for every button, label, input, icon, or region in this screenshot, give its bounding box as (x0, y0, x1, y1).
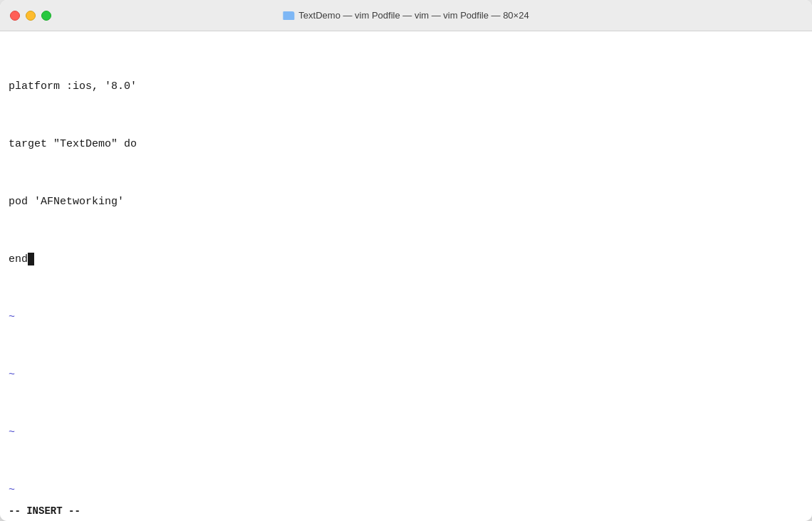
code-line-1: platform :ios, '8.0' (9, 77, 803, 96)
traffic-lights (10, 11, 51, 21)
status-bar: -- INSERT -- (0, 501, 812, 521)
code-line-2: target "TextDemo" do (9, 135, 803, 154)
tilde-line-1: ~ (9, 307, 803, 327)
code-line-4: end (9, 250, 803, 269)
editor-area[interactable]: platform :ios, '8.0' target "TextDemo" d… (0, 31, 812, 501)
close-button[interactable] (10, 11, 20, 21)
tilde-line-4: ~ (9, 480, 803, 500)
window-title: TextDemo — vim Podfile — vim — vim Podfi… (283, 10, 529, 21)
tilde-line-3: ~ (9, 423, 803, 442)
title-bar: TextDemo — vim Podfile — vim — vim Podfi… (0, 0, 812, 31)
mode-indicator: -- INSERT -- (9, 505, 80, 517)
cursor (28, 253, 34, 265)
code-line-3: pod 'AFNetworking' (9, 192, 803, 211)
code-content: platform :ios, '8.0' target "TextDemo" d… (9, 38, 803, 501)
folder-icon (283, 11, 294, 20)
vim-window: TextDemo — vim Podfile — vim — vim Podfi… (0, 0, 812, 521)
maximize-button[interactable] (41, 11, 51, 21)
tilde-line-2: ~ (9, 365, 803, 384)
minimize-button[interactable] (26, 11, 36, 21)
